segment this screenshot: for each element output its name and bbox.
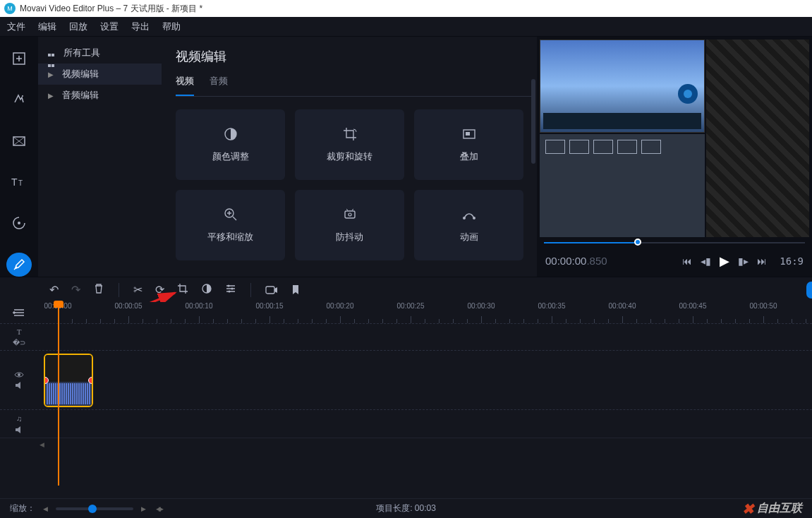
import-icon[interactable] (6, 47, 32, 71)
seek-thumb[interactable] (634, 239, 641, 246)
next-frame-icon[interactable]: ▮▸ (738, 255, 749, 267)
preview-timecode: 00:00:00.850 (545, 255, 607, 267)
preview-video-frame-lower (540, 134, 705, 237)
track-body[interactable] (38, 410, 812, 438)
playhead[interactable] (58, 302, 59, 486)
zoom-in-icon[interactable]: ▶ (139, 505, 148, 512)
text-track-icon: T (17, 327, 22, 336)
menu-playback[interactable]: 回放 (69, 20, 87, 33)
zoom-fit-icon[interactable]: ◀▶ (154, 505, 164, 512)
zoom-out-icon[interactable]: ◀ (41, 505, 50, 512)
preview-seek-bar[interactable] (544, 240, 805, 246)
track-head-titles[interactable]: T �⊃ (0, 324, 38, 350)
aspect-ratio[interactable]: 16:9 (780, 255, 804, 267)
rotate-icon[interactable]: ⟳ (155, 283, 164, 296)
track-audio: ♫ (0, 409, 812, 438)
menu-file[interactable]: 文件 (7, 20, 25, 33)
sidebar-item-all-tools[interactable]: 所有工具 (38, 42, 162, 64)
sidebar-item-label: 视频编辑 (62, 68, 99, 80)
add-track-icon[interactable] (0, 302, 38, 323)
overlay-icon (461, 126, 477, 142)
cut-icon[interactable]: ✂ (133, 283, 143, 296)
tool-overlay[interactable]: 叠加 (414, 109, 523, 180)
svg-point-5 (18, 222, 20, 224)
panel-tabs: 视频 音频 (176, 75, 531, 97)
tool-crop-rotate[interactable]: 裁剪和旋转 (295, 109, 404, 180)
sidebar-item-label: 音频编辑 (62, 89, 99, 102)
svg-point-13 (463, 217, 466, 219)
redo-icon[interactable]: ↷ (71, 283, 80, 296)
marker-icon[interactable] (291, 284, 301, 296)
link-icon[interactable]: �⊃ (13, 339, 25, 347)
stabilize-icon (342, 207, 358, 222)
track-head-audio[interactable]: ♫ (0, 410, 38, 438)
timeline: 00:00:00 00:00:05 00:00:10 00:00:15 00:0… (0, 302, 812, 495)
properties-icon[interactable] (225, 283, 236, 296)
menu-export[interactable]: 导出 (131, 20, 150, 33)
undo-icon[interactable]: ↶ (49, 283, 59, 296)
tool-stabilize[interactable]: 防抖动 (295, 190, 404, 260)
title-bar: M Movavi Video Editor Plus – 7 天试用版 - 新项… (0, 0, 812, 17)
timeline-ruler[interactable]: 00:00:00 00:00:05 00:00:10 00:00:15 00:0… (38, 302, 812, 323)
watermark: ✖ 自由互联 (742, 500, 802, 517)
prev-clip-icon[interactable]: ⏮ (682, 255, 692, 267)
zoom-icon (223, 207, 238, 222)
record-icon[interactable] (265, 284, 278, 296)
stickers-icon[interactable] (6, 211, 32, 235)
panel-scrollbar[interactable] (531, 79, 535, 164)
video-clip[interactable] (44, 354, 93, 407)
next-clip-icon[interactable]: ⏭ (757, 255, 767, 267)
menu-settings[interactable]: 设置 (100, 20, 119, 33)
tab-audio[interactable]: 音频 (210, 75, 228, 96)
tool-label: 动画 (460, 231, 478, 243)
sidebar-item-audio-edit[interactable]: ▶ 音频编辑 (38, 85, 162, 106)
delete-icon[interactable] (93, 283, 104, 296)
mute-icon[interactable] (15, 426, 23, 434)
sidebar-item-video-edit[interactable]: ▶ 视频编辑 (38, 64, 162, 85)
prev-frame-icon[interactable]: ◂▮ (701, 255, 711, 267)
animate-icon (461, 207, 477, 222)
tools-panel: 视频编辑 视频 音频 颜色调整 裁剪和旋转 叠加 平移和缩放 (162, 37, 537, 277)
menu-edit[interactable]: 编辑 (38, 20, 56, 33)
sidebar-item-label: 所有工具 (63, 47, 100, 59)
transitions-icon[interactable] (6, 129, 32, 153)
color-icon[interactable] (201, 283, 212, 296)
track-body[interactable] (38, 324, 812, 350)
window-title: Movavi Video Editor Plus – 7 天试用版 - 新项目 … (20, 3, 202, 15)
track-head-video[interactable] (0, 351, 38, 409)
track-body[interactable] (38, 351, 812, 409)
preview-video-frame-right (706, 40, 809, 237)
mute-icon[interactable] (15, 381, 23, 390)
svg-point-23 (18, 373, 20, 376)
svg-point-1 (22, 95, 23, 97)
menu-bar: 文件 编辑 回放 设置 导出 帮助 (0, 17, 812, 37)
tool-pan-zoom[interactable]: 平移和缩放 (176, 190, 285, 260)
zoom-label: 缩放： (10, 502, 35, 514)
zoom-slider-thumb[interactable] (88, 505, 97, 513)
timeline-hscroll[interactable]: ◀ (0, 438, 812, 449)
tool-animate[interactable]: 动画 (414, 190, 523, 260)
effects-icon[interactable] (6, 88, 32, 112)
visibility-icon[interactable] (14, 371, 24, 378)
preview-canvas[interactable] (537, 37, 812, 240)
tool-rail: TT (0, 37, 38, 277)
play-icon[interactable]: ▶ (720, 253, 729, 269)
text-icon[interactable]: TT (6, 170, 32, 194)
more-tools-icon[interactable] (6, 253, 32, 277)
tool-label: 裁剪和旋转 (327, 150, 372, 163)
crop-icon[interactable] (177, 283, 188, 296)
tab-video[interactable]: 视频 (176, 75, 194, 96)
contrast-icon (223, 126, 238, 142)
menu-help[interactable]: 帮助 (162, 20, 181, 33)
tool-label: 颜色调整 (212, 150, 249, 163)
toolbar-expand-handle[interactable] (806, 282, 812, 299)
zoom-slider[interactable] (56, 507, 133, 510)
svg-point-18 (228, 285, 230, 287)
tool-color-adjust[interactable]: 颜色调整 (176, 109, 285, 180)
tool-label: 防抖动 (336, 231, 363, 243)
preview-video-frame (540, 40, 705, 133)
clip-trim-right[interactable] (88, 377, 93, 384)
svg-point-14 (473, 217, 475, 219)
sidebar: 所有工具 ▶ 视频编辑 ▶ 音频编辑 (38, 37, 162, 277)
preview-pane: 00:00:00.850 ⏮ ◂▮ ▶ ▮▸ ⏭ 16:9 (537, 37, 812, 277)
